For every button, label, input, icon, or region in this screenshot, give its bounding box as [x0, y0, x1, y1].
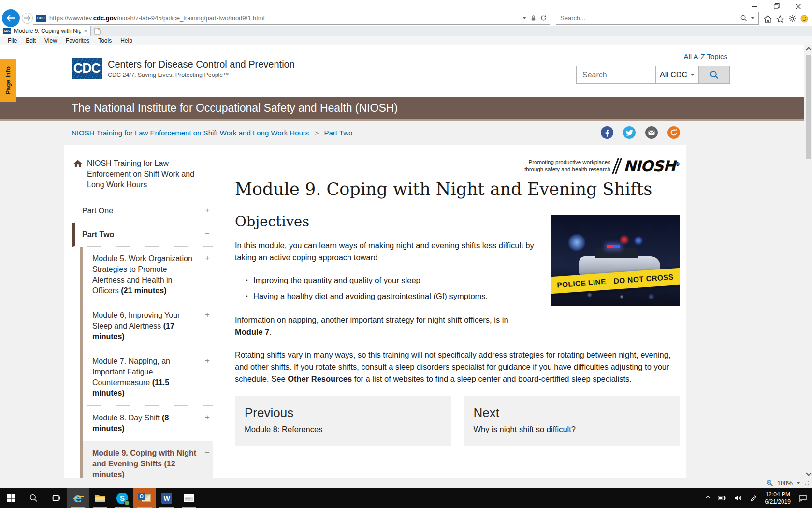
- volume-icon[interactable]: [734, 495, 742, 501]
- niosh-logo-tagline: Promoting productive workplaces through …: [524, 159, 610, 173]
- browser-search-input[interactable]: [560, 15, 740, 22]
- az-topics-link[interactable]: All A-Z Topics: [683, 52, 727, 60]
- page-viewport: Page Info CDC Centers for Disease Contro…: [0, 45, 812, 478]
- cdc-logo[interactable]: CDC Centers for Disease Control and Prev…: [72, 58, 295, 79]
- browser-chrome: CDC https://wwwdev.cdc.gov/niosh/z-lab-9…: [0, 0, 812, 26]
- menu-favorites[interactable]: Favorites: [62, 37, 93, 45]
- search-icon[interactable]: [740, 15, 747, 22]
- nav-module-9-active[interactable]: Module 9. Coping with Night and Evening …: [83, 441, 213, 478]
- expand-plus-icon[interactable]: +: [205, 310, 210, 320]
- main-content: Promoting productive workplaces through …: [213, 145, 686, 478]
- site-search-input[interactable]: [576, 66, 655, 84]
- system-tray: 12:04 PM 6/21/2019: [706, 488, 812, 508]
- taskbar-clock[interactable]: 12:04 PM 6/21/2019: [765, 491, 791, 506]
- tray-overflow-chevron-icon[interactable]: [705, 496, 710, 501]
- zoom-magnifier-icon[interactable]: [766, 479, 773, 487]
- new-tab-button[interactable]: [91, 26, 103, 36]
- tab-close-button[interactable]: ×: [84, 28, 87, 34]
- file-explorer-taskbar-icon[interactable]: [89, 488, 111, 508]
- nav-part-one[interactable]: Part One +: [72, 199, 213, 223]
- nav-module-6[interactable]: Module 6, Improving Your Sleep and Alert…: [83, 303, 213, 349]
- favorites-star-icon[interactable]: [776, 15, 784, 23]
- twitter-icon[interactable]: [623, 126, 636, 139]
- expand-plus-icon[interactable]: +: [205, 253, 210, 264]
- back-button[interactable]: [2, 9, 20, 27]
- lock-icon: [531, 15, 536, 21]
- menu-tools[interactable]: Tools: [94, 37, 116, 45]
- app-window-taskbar-icon[interactable]: [178, 488, 200, 508]
- next-target: Why is night shift so difficult?: [474, 425, 670, 434]
- skype-taskbar-icon[interactable]: S: [111, 488, 133, 508]
- word-taskbar-icon[interactable]: W: [156, 488, 178, 508]
- forward-arrow-icon: [24, 15, 30, 21]
- pen-input-icon[interactable]: [750, 495, 757, 502]
- active-tab[interactable]: CDC Module 9. Coping with Nig... ×: [0, 25, 91, 36]
- menu-help[interactable]: Help: [116, 37, 136, 45]
- url-text: https://wwwdev.cdc.gov/niosh/z-lab-945/p…: [49, 15, 519, 22]
- minimize-button[interactable]: [744, 1, 766, 12]
- browser-toolbar-icons: [764, 14, 808, 24]
- restore-button[interactable]: [766, 1, 787, 12]
- rotating-paragraph: Rotating shifts vary in many ways, so th…: [235, 349, 680, 385]
- page-scrollbar[interactable]: [804, 45, 812, 478]
- minimize-icon: [752, 4, 757, 9]
- objective-item-diet: Having a healthy diet and avoiding gastr…: [253, 290, 680, 302]
- menu-edit[interactable]: Edit: [22, 37, 40, 45]
- nav-module-7[interactable]: Module 7. Napping, an Important Fatigue …: [83, 349, 213, 406]
- action-center-icon[interactable]: [799, 494, 807, 502]
- scroll-up-arrow[interactable]: [804, 45, 812, 54]
- cdc-site-header: CDC Centers for Disease Control and Prev…: [0, 45, 812, 97]
- start-button[interactable]: [0, 488, 22, 508]
- collapse-minus-icon[interactable]: −: [205, 229, 210, 239]
- refresh-icon[interactable]: [540, 15, 547, 21]
- internet-explorer-taskbar-icon[interactable]: e: [67, 488, 89, 508]
- task-view-button[interactable]: [44, 488, 67, 508]
- restore-icon: [774, 3, 780, 9]
- search-scope-dropdown[interactable]: All CDC: [655, 66, 699, 84]
- breadcrumb-link-training[interactable]: NIOSH Training for Law Enforcement on Sh…: [72, 129, 309, 137]
- nav-module-5[interactable]: Module 5. Work Organization Strategies t…: [83, 247, 213, 303]
- search-provider-dropdown-icon[interactable]: [751, 17, 754, 19]
- page-info-tab[interactable]: Page Info: [0, 59, 16, 102]
- menu-view[interactable]: View: [41, 37, 61, 45]
- syndicate-icon[interactable]: [667, 126, 680, 139]
- facebook-icon[interactable]: [601, 126, 613, 139]
- tab-favicon: CDC: [3, 28, 11, 34]
- zoom-level[interactable]: 100%: [777, 480, 793, 487]
- nav-module-8[interactable]: Module 8. Day Shift (8 minutes) +: [83, 406, 213, 441]
- email-icon[interactable]: [645, 126, 658, 139]
- cdc-logo-title: Centers for Disease Control and Preventi…: [108, 59, 295, 70]
- outlook-taskbar-icon[interactable]: O: [133, 488, 156, 508]
- feedback-smiley-icon[interactable]: [800, 15, 808, 23]
- browser-search-box[interactable]: [556, 12, 759, 25]
- taskbar: e S O W 12:04 PM 6/21/2019: [0, 488, 812, 508]
- next-page-button[interactable]: Next Why is night shift so difficult?: [464, 396, 680, 446]
- settings-gear-icon[interactable]: [788, 15, 796, 23]
- previous-page-button[interactable]: Previous Module 8: References: [235, 396, 451, 446]
- home-icon[interactable]: [764, 15, 772, 23]
- address-bar[interactable]: CDC https://wwwdev.cdc.gov/niosh/z-lab-9…: [33, 12, 550, 25]
- nav-part-two[interactable]: Part Two −: [72, 223, 213, 247]
- close-button[interactable]: [787, 1, 809, 12]
- battery-icon[interactable]: [718, 495, 726, 501]
- expand-plus-icon[interactable]: +: [205, 412, 210, 423]
- forward-button[interactable]: [22, 13, 33, 24]
- zoom-dropdown-icon[interactable]: [797, 482, 800, 484]
- syndicate-glyph: [667, 126, 680, 139]
- window-controls: [744, 1, 809, 12]
- search-submit-button[interactable]: [699, 66, 730, 84]
- autocomplete-dropdown-icon[interactable]: [522, 17, 526, 19]
- pagination: Previous Module 8: References Next Why i…: [235, 396, 680, 446]
- breadcrumb-link-part-two[interactable]: Part Two: [324, 129, 352, 137]
- word-logo-icon: W: [161, 493, 172, 504]
- scope-caret-icon: [691, 74, 695, 76]
- collapse-minus-icon[interactable]: −: [205, 448, 210, 458]
- expand-plus-icon[interactable]: +: [205, 206, 210, 215]
- scrollbar-thumb[interactable]: [806, 55, 811, 159]
- scroll-down-arrow[interactable]: [804, 469, 812, 477]
- menu-file[interactable]: File: [4, 37, 21, 45]
- taskbar-search-button[interactable]: [22, 488, 44, 508]
- expand-plus-icon[interactable]: +: [205, 356, 210, 366]
- nav-home-item[interactable]: NIOSH Training for Law Enforcement on Sh…: [72, 157, 213, 199]
- site-search: All CDC: [576, 66, 730, 84]
